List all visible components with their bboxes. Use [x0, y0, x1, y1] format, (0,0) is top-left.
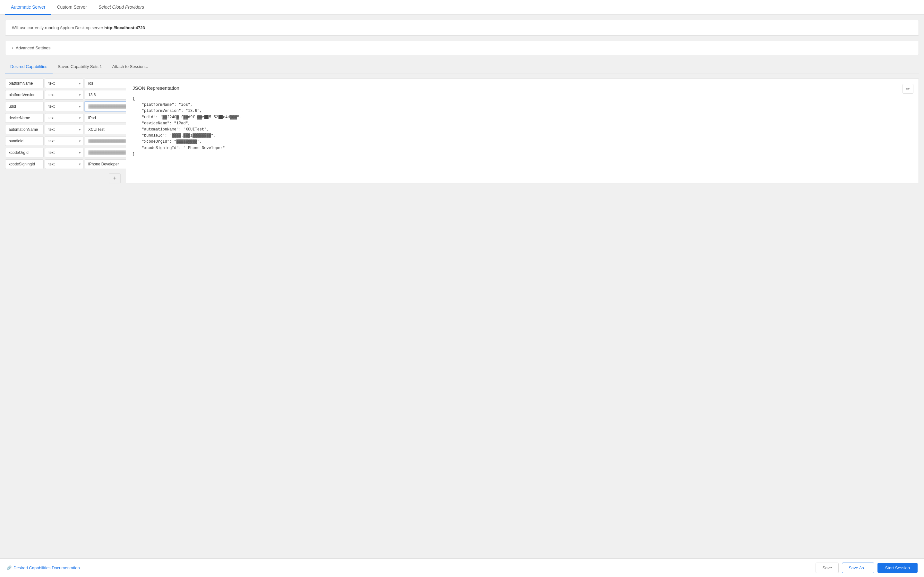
- cap-type-select-7[interactable]: text: [45, 159, 83, 169]
- cap-type-wrapper-5: text: [45, 136, 83, 146]
- capability-row: text🗑: [5, 125, 121, 134]
- json-panel: JSON Representation ✏ { "platformName": …: [126, 79, 919, 183]
- cap-type-wrapper-2: text: [45, 102, 83, 111]
- chevron-right-icon: ›: [12, 46, 13, 50]
- capabilities-list: text🗑text🗑text🗑text🗑text🗑text🗑text🗑text🗑: [5, 79, 121, 169]
- capability-tab-bar: Desired CapabilitiesSaved Capability Set…: [5, 60, 919, 73]
- cap-type-select-4[interactable]: text: [45, 125, 83, 134]
- main-content-area: Desired CapabilitiesSaved Capability Set…: [0, 60, 924, 558]
- edit-json-button[interactable]: ✏: [903, 84, 913, 93]
- capability-row: text🗑: [5, 79, 121, 88]
- cap-tab-0[interactable]: Desired Capabilities: [5, 60, 53, 73]
- cap-tab-1[interactable]: Saved Capability Sets 1: [53, 60, 107, 73]
- cap-type-wrapper-1: text: [45, 90, 83, 100]
- footer-buttons: Save Save As... Start Session: [816, 562, 918, 573]
- cap-type-wrapper-4: text: [45, 125, 83, 134]
- cap-type-select-3[interactable]: text: [45, 113, 83, 123]
- cap-name-input-4[interactable]: [5, 125, 44, 134]
- cap-type-select-6[interactable]: text: [45, 148, 83, 157]
- cap-name-input-5[interactable]: [5, 136, 44, 146]
- top-tab-bar: Automatic ServerCustom ServerSelect Clou…: [0, 0, 924, 15]
- cap-type-select-2[interactable]: text: [45, 102, 83, 111]
- doc-link-text: Desired Capabilities Documentation: [13, 566, 80, 570]
- footer: 🔗 Desired Capabilities Documentation Sav…: [0, 558, 924, 577]
- capability-row: text🗑: [5, 159, 121, 169]
- cap-type-select-0[interactable]: text: [45, 79, 83, 88]
- capability-row: text🗑: [5, 102, 121, 111]
- json-panel-title: JSON Representation: [132, 85, 912, 91]
- cap-type-wrapper-6: text: [45, 148, 83, 157]
- cap-type-select-5[interactable]: text: [45, 136, 83, 146]
- json-content: { "platformName": "ios", "platformVersio…: [132, 96, 912, 157]
- capability-row: text🗑: [5, 113, 121, 123]
- cap-tab-2[interactable]: Attach to Session...: [107, 60, 153, 73]
- cap-type-wrapper-7: text: [45, 159, 83, 169]
- advanced-settings-toggle[interactable]: › Advanced Settings: [5, 41, 919, 55]
- save-button[interactable]: Save: [816, 562, 838, 573]
- top-tab-1[interactable]: Custom Server: [51, 0, 92, 15]
- panels-container: text🗑text🗑text🗑text🗑text🗑text🗑text🗑text🗑…: [5, 79, 919, 183]
- cap-name-input-7[interactable]: [5, 159, 44, 169]
- cap-name-input-6[interactable]: [5, 148, 44, 157]
- cap-name-input-0[interactable]: [5, 79, 44, 88]
- add-capability-button[interactable]: +: [109, 173, 121, 183]
- server-info-box: Will use currently-running Appium Deskto…: [5, 20, 919, 35]
- cap-type-wrapper-3: text: [45, 113, 83, 123]
- link-icon: 🔗: [6, 566, 11, 570]
- doc-link[interactable]: 🔗 Desired Capabilities Documentation: [6, 566, 80, 570]
- server-url: http://localhost:4723: [104, 25, 145, 30]
- server-info-text: Will use currently-running Appium Deskto…: [12, 25, 104, 30]
- cap-type-select-1[interactable]: text: [45, 90, 83, 100]
- capability-row: text🗑: [5, 148, 121, 157]
- cap-name-input-3[interactable]: [5, 113, 44, 123]
- advanced-settings-label: Advanced Settings: [16, 45, 50, 50]
- left-panel: text🗑text🗑text🗑text🗑text🗑text🗑text🗑text🗑…: [5, 79, 121, 183]
- capability-row: text🗑: [5, 136, 121, 146]
- start-session-button[interactable]: Start Session: [877, 563, 918, 573]
- save-as-button[interactable]: Save As...: [842, 562, 874, 573]
- cap-type-wrapper-0: text: [45, 79, 83, 88]
- cap-name-input-2[interactable]: [5, 102, 44, 111]
- capability-row: text🗑: [5, 90, 121, 100]
- cap-name-input-1[interactable]: [5, 90, 44, 100]
- top-tab-0[interactable]: Automatic Server: [5, 0, 51, 15]
- top-tab-2[interactable]: Select Cloud Providers: [93, 0, 150, 15]
